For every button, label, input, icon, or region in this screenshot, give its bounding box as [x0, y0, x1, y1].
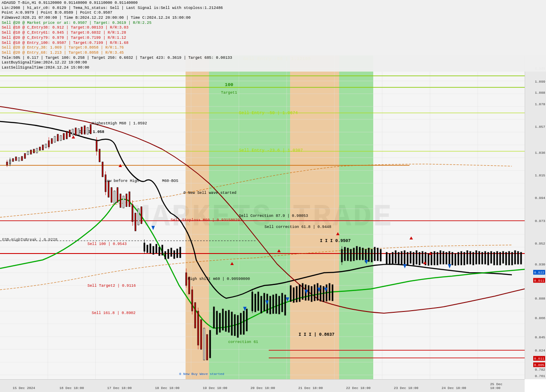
- svg-rect-83: [108, 181, 109, 197]
- svg-rect-148: [293, 288, 294, 303]
- svg-rect-160: [329, 283, 330, 300]
- svg-rect-147: [290, 285, 291, 302]
- svg-rect-51: [18, 158, 20, 161]
- svg-rect-126: [225, 311, 227, 331]
- svg-rect-172: [368, 248, 369, 262]
- svg-rect-130: [237, 315, 238, 337]
- svg-rect-67: [63, 133, 64, 140]
- svg-rect-197: [446, 252, 447, 264]
- svg-rect-79: [99, 149, 100, 162]
- svg-rect-63: [51, 138, 52, 144]
- price-scale: 1.121 1.099 1.088 1.078 1.057 1.036 1.01…: [525, 55, 546, 379]
- svg-rect-90: [129, 192, 130, 207]
- svg-rect-84: [111, 187, 112, 202]
- time-dec19: 19 Dec 18:00: [203, 386, 227, 390]
- price-1078: 1.078: [535, 102, 545, 106]
- price-0973: 0.973: [535, 219, 545, 222]
- price-0824: 0.824: [535, 348, 545, 352]
- header-line2: Lin:2908 | h1_atr_c0: 0.0129 | Tema_h1_s…: [2, 6, 544, 11]
- svg-rect-179: [392, 252, 393, 264]
- svg-rect-115: [195, 303, 196, 328]
- svg-rect-212: [491, 251, 492, 263]
- svg-marker-231: [151, 226, 155, 230]
- time-dec25: 25 Dec 18:00: [490, 382, 513, 390]
- svg-rect-203: [464, 252, 465, 265]
- svg-rect-209: [482, 252, 483, 264]
- svg-rect-64: [54, 136, 55, 142]
- time-dec24: 24 Dec 18:00: [441, 386, 466, 390]
- svg-marker-233: [265, 300, 269, 305]
- svg-rect-56: [33, 149, 35, 153]
- svg-rect-68: [66, 131, 67, 139]
- svg-rect-71: [75, 128, 76, 135]
- time-dec18: 18 Dec 18:00: [155, 386, 180, 390]
- svg-rect-80: [102, 162, 103, 177]
- svg-rect-128: [231, 312, 232, 335]
- svg-rect-193: [434, 251, 435, 265]
- svg-rect-74: [84, 126, 85, 134]
- svg-rect-175: [377, 248, 378, 261]
- svg-rect-186: [413, 252, 414, 265]
- svg-rect-178: [389, 254, 390, 265]
- svg-rect-118: [200, 320, 202, 349]
- time-dec23: 23 Dec 18:00: [394, 386, 418, 390]
- svg-rect-138: [261, 296, 262, 313]
- svg-rect-144: [279, 296, 280, 314]
- header-line4: FibWave2:828.21 07:00:00 | Time B:2024.1…: [2, 16, 544, 21]
- svg-rect-72: [78, 129, 79, 135]
- svg-rect-73: [81, 127, 82, 134]
- svg-rect-174: [374, 247, 375, 261]
- svg-marker-227: [336, 232, 340, 235]
- svg-rect-216: [502, 251, 504, 263]
- price-1036: 1.036: [535, 151, 545, 155]
- svg-rect-69: [69, 130, 70, 137]
- svg-rect-218: [508, 251, 510, 265]
- svg-rect-106: [171, 248, 172, 257]
- svg-rect-129: [234, 314, 235, 336]
- svg-rect-220: [514, 251, 516, 264]
- svg-marker-228: [410, 236, 413, 239]
- svg-text:Target1: Target1: [221, 91, 237, 95]
- svg-rect-153: [308, 285, 309, 300]
- svg-rect-119: [203, 328, 205, 360]
- svg-rect-85: [114, 191, 115, 204]
- svg-rect-107: [174, 251, 175, 259]
- svg-rect-167: [353, 248, 354, 261]
- price-0952: 0.952: [535, 241, 545, 245]
- svg-rect-222: [520, 252, 522, 264]
- svg-rect-88: [123, 196, 124, 208]
- svg-rect-169: [359, 247, 360, 260]
- svg-rect-109: [180, 247, 181, 258]
- svg-rect-95: [141, 207, 142, 224]
- svg-rect-182: [401, 251, 402, 264]
- header-line7: Sell @10 @ C_Entry61: 0.945 | Target:0.6…: [2, 31, 544, 36]
- price-0761: 0.761: [535, 374, 545, 378]
- svg-rect-121: [209, 330, 211, 358]
- svg-rect-105: [168, 249, 169, 259]
- svg-rect-89: [126, 194, 127, 207]
- svg-rect-146: [285, 295, 286, 315]
- svg-rect-207: [476, 251, 477, 264]
- svg-rect-149: [296, 286, 297, 302]
- svg-rect-187: [416, 251, 417, 264]
- svg-rect-133: [246, 309, 247, 331]
- svg-rect-188: [419, 252, 420, 265]
- svg-rect-184: [407, 252, 408, 265]
- svg-rect-102: [159, 247, 160, 256]
- svg-rect-214: [497, 251, 498, 265]
- svg-rect-217: [505, 252, 507, 265]
- time-dec21: 21 Dec 18:00: [298, 386, 323, 390]
- svg-rect-75: [87, 127, 88, 134]
- svg-rect-158: [323, 286, 324, 302]
- svg-rect-155: [314, 285, 315, 301]
- price-0811: 0.811: [533, 356, 545, 360]
- svg-marker-223: [72, 135, 75, 138]
- svg-rect-60: [45, 144, 46, 148]
- svg-rect-208: [479, 251, 480, 264]
- chart-area: MARKETS TRADE: [0, 55, 525, 379]
- svg-rect-195: [440, 251, 441, 264]
- svg-marker-226: [277, 249, 281, 252]
- svg-rect-136: [255, 294, 256, 312]
- price-1088: 1.088: [535, 91, 545, 95]
- svg-rect-161: [332, 285, 333, 301]
